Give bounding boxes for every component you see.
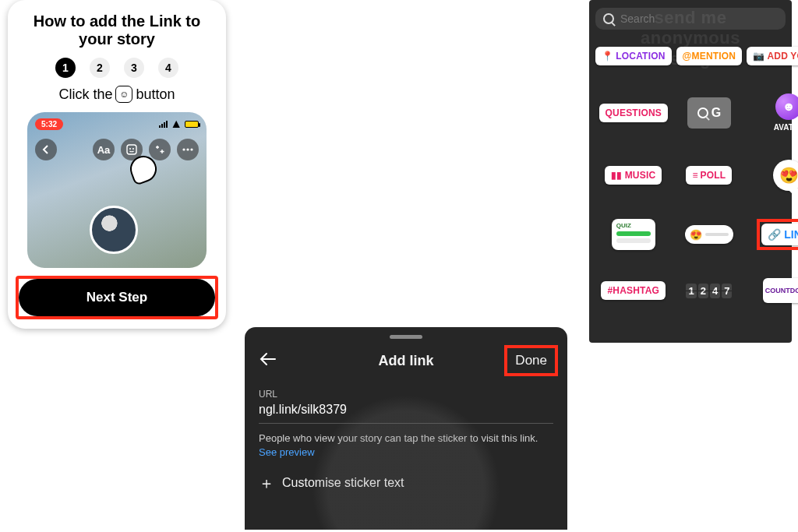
battery-icon (185, 121, 199, 128)
sticker-avatar-label: AVATAR (774, 123, 798, 132)
effects-tool-button[interactable] (149, 139, 171, 160)
step-indicator: 1 2 3 4 (19, 58, 215, 78)
search-icon (697, 107, 708, 118)
flip-digit-1: 1 (686, 284, 696, 298)
svg-rect-0 (127, 145, 136, 154)
customise-sticker-text[interactable]: ＋ Customise sticker text (259, 475, 553, 491)
sticker-countdown-label: COUNTDOWN (765, 287, 798, 294)
sticker-location-label: LOCATION (616, 51, 665, 62)
search-input[interactable] (620, 12, 778, 25)
back-button[interactable] (259, 352, 277, 369)
sticker-mention[interactable]: @MENTION (676, 47, 743, 65)
tutorial-card: How to add the Link to your story 1 2 3 … (8, 0, 226, 329)
sticker-poll[interactable]: ≡ POLL (686, 166, 732, 185)
url-input[interactable]: ngl.link/silk8379 (259, 403, 553, 424)
location-pin-icon: 📍 (602, 51, 613, 62)
sticker-gif[interactable]: G (687, 97, 731, 129)
status-time: 5:32 (35, 118, 63, 130)
step-4-dot[interactable]: 4 (158, 58, 178, 78)
back-button[interactable] (35, 139, 57, 160)
status-icons: ▲ (159, 117, 199, 131)
svg-point-4 (186, 148, 189, 150)
sticker-emoji-slider[interactable]: 😍 (685, 225, 733, 244)
instruction-pre: Click the (58, 86, 112, 103)
music-bars-icon: ▮▮ (611, 170, 622, 181)
highlight-done (504, 345, 558, 376)
step-1-dot[interactable]: 1 (55, 58, 76, 78)
highlight-next-step (16, 276, 218, 319)
quiz-bar-fill (616, 231, 651, 236)
slider-track (705, 233, 729, 236)
url-label: URL (259, 389, 553, 400)
tutorial-title: How to add the Link to your story (19, 12, 215, 48)
arrow-left-icon (259, 352, 277, 366)
sticker-tray: send me anonymous messages! 📍 LOCATION @… (589, 0, 792, 343)
more-tool-button[interactable] (177, 139, 199, 160)
sticker-countdown[interactable]: COUNTDOWN (763, 278, 798, 303)
svg-point-5 (190, 148, 192, 150)
sticker-quiz-label: QUIZ (616, 222, 651, 229)
flip-digit-4: 7 (722, 284, 732, 298)
instruction-text: Click the ☺ button (19, 86, 215, 103)
sticker-quiz[interactable]: QUIZ (612, 219, 655, 250)
sticker-music-label: MUSIC (625, 170, 656, 181)
status-bar: 5:32 ▲ (27, 112, 207, 132)
next-step-wrap: Next Step (19, 279, 215, 316)
sticker-counter[interactable]: 1 2 4 7 (686, 284, 732, 298)
avatar-icon: ☻ (775, 93, 798, 120)
sticker-emoji-reaction[interactable]: 😍 (773, 160, 798, 191)
sticker-hashtag[interactable]: #HASHTAG (601, 281, 666, 300)
camera-icon: 📷 (753, 51, 764, 62)
sticker-poll-label: POLL (701, 170, 726, 181)
chevron-left-icon (41, 145, 51, 154)
svg-point-3 (182, 148, 185, 150)
sticker-hashtag-label: #HASHTAG (607, 285, 659, 296)
wifi-icon: ▲ (170, 117, 182, 131)
url-hint: People who view your story can tap the s… (259, 432, 553, 460)
poll-icon: ≡ (692, 170, 697, 181)
sticker-questions-label: QUESTIONS (606, 107, 662, 118)
step-2-dot[interactable]: 2 (90, 58, 110, 78)
see-preview-link[interactable]: See preview (259, 446, 315, 458)
sparkle-icon (154, 144, 165, 155)
highlight-link-sticker (757, 219, 798, 250)
sticker-add-yours-label: ADD YOURS (767, 51, 798, 62)
flip-digit-2: 2 (698, 284, 708, 298)
plus-icon: ＋ (259, 475, 274, 491)
sticker-location[interactable]: 📍 LOCATION (595, 47, 672, 65)
story-preview: 5:32 ▲ Aa (27, 112, 207, 268)
sticker-icon: ☺ (115, 86, 132, 103)
sticker-music[interactable]: ▮▮ MUSIC (605, 166, 662, 185)
step-3-dot[interactable]: 3 (124, 58, 144, 78)
story-toolbar: Aa (27, 132, 207, 160)
text-tool-button[interactable]: Aa (93, 139, 115, 160)
add-link-sheet: Add link Done URL ngl.link/silk8379 Peop… (245, 327, 567, 530)
ellipsis-icon (182, 148, 193, 151)
sticker-questions[interactable]: QUESTIONS (599, 104, 668, 122)
sticker-icon (126, 144, 137, 155)
music-avatar (90, 206, 138, 254)
instruction-post: button (136, 86, 175, 103)
hint-text: People who view your story can tap the s… (259, 432, 538, 444)
sticker-mention-label: @MENTION (683, 51, 736, 62)
heart-eyes-icon: 😍 (690, 229, 702, 241)
sticker-avatar[interactable]: ☻ AVATAR (774, 93, 798, 132)
svg-point-2 (132, 148, 134, 150)
drag-handle[interactable] (390, 335, 422, 339)
gif-label: G (711, 106, 721, 120)
heart-eyes-icon: 😍 (779, 166, 798, 185)
sticker-add-yours[interactable]: 📷 ADD YOURS (747, 47, 798, 65)
customise-label: Customise sticker text (282, 476, 404, 490)
flip-digit-3: 4 (710, 284, 720, 298)
sticker-search[interactable] (595, 8, 786, 30)
quiz-bar-empty (616, 238, 651, 243)
search-icon (603, 13, 614, 24)
svg-point-1 (129, 148, 131, 150)
signal-icon (159, 121, 168, 128)
